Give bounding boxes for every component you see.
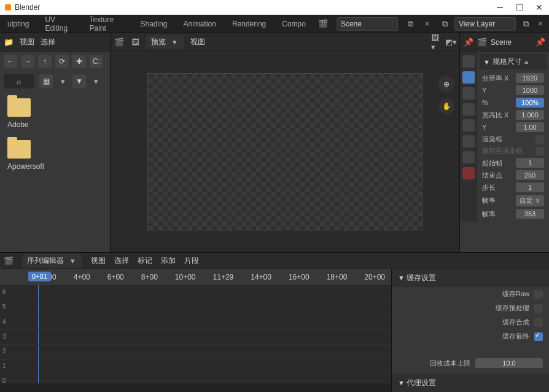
app-icon [5,4,11,10]
view-menu[interactable]: 视图 [20,37,34,47]
close-button[interactable]: ✕ [529,0,549,15]
end-frame-field[interactable]: 250 [516,170,544,180]
tab-texture-paint[interactable]: Texture Paint [86,13,128,35]
object-tab[interactable] [462,151,475,163]
scene-tab[interactable] [462,119,475,131]
delete-scene-icon[interactable]: × [423,19,431,29]
tab-uv-editing[interactable]: UV Editing [41,13,77,35]
tab-sculpting[interactable]: ulpting [4,17,33,31]
cache-final-check[interactable] [534,332,543,341]
seq-select-menu[interactable]: 选择 [114,256,129,266]
proxy-panel-header[interactable]: ▼ 代理设置 [392,374,549,392]
filebrowser-editor-icon[interactable]: 📁 [4,37,14,47]
timeline-ruler[interactable]: 0+01 0000 2+00 4+00 6+00 8+00 10+00 11+2… [0,269,391,285]
window-title: Blender [15,3,40,12]
tab-shading[interactable]: Shading [136,17,171,31]
texture-tab[interactable] [462,167,475,179]
up-button[interactable]: ↑ [38,55,52,68]
tab-rendering[interactable]: Rendering [228,17,270,31]
sequencer: 🎬 序列编辑器▾ 视图 选择 标记 添加 片段 0+01 0000 2+00 4… [0,252,549,392]
proxy-title: 代理设置 [407,378,436,387]
aspect-y-field[interactable]: 1.00 [516,122,544,132]
cache-comp-check[interactable] [534,318,543,327]
browse-scene-icon[interactable]: 🎬 [318,19,328,29]
seq-marker-menu[interactable]: 标记 [138,256,152,266]
dimensions-panel-header[interactable]: ▼ 规格尺寸 ≡ [480,54,547,69]
folder-item[interactable]: Apowersoft [7,140,103,171]
pin-scene-icon[interactable]: 📌 [535,37,545,47]
new-folder-button[interactable]: ✚ [72,55,86,68]
crop-check[interactable] [535,147,544,155]
tool-tab[interactable] [462,55,475,68]
start-frame-field[interactable]: 1 [516,158,544,168]
step-field[interactable]: 1 [516,182,544,192]
seq-view-menu[interactable]: 视图 [91,256,106,266]
back-button[interactable]: ← [4,55,17,68]
scene-label: Scene [491,38,512,47]
view-layer-field[interactable]: View Layer [454,17,516,31]
folder-item[interactable]: Adobe [7,98,103,129]
cache-final-label: 缓存最终 [502,332,529,341]
preview-mode-dropdown[interactable]: 预览▾ [146,35,184,49]
cache-raw-check[interactable] [534,290,543,299]
minimize-button[interactable]: ─ [490,0,510,15]
render-border-check[interactable] [535,135,544,144]
world-tab[interactable] [462,135,475,147]
aspect-x-field[interactable]: 1.000 [516,110,544,120]
viewlayer-tab[interactable] [462,103,475,116]
frame-tick: 8+00 [141,273,158,281]
res-y-field[interactable]: 1080 [516,85,544,95]
properties-panel: 📌 🎬 Scene 📌 ▼ 规格尺寸 ≡ 分辨率 X1920 Y1080 %10… [459,33,549,252]
filter-button[interactable]: ▼ [72,74,86,88]
path-field[interactable]: C: [90,55,103,68]
fps-dropdown[interactable]: 自定 ∨ [516,195,544,206]
image-type-icon[interactable]: 🖼 [130,37,140,47]
select-menu[interactable]: 选择 [41,37,55,47]
display-mode-button[interactable]: ▦ [39,74,53,88]
track-number: 6 [2,289,6,296]
res-x-field[interactable]: 1920 [516,73,544,83]
maximize-button[interactable]: ☐ [510,0,529,15]
display-dropdown-icon[interactable]: ▾ [58,76,68,86]
forward-button[interactable]: → [21,55,34,68]
folder-label: Adobe [7,120,29,129]
seq-add-menu[interactable]: 添加 [161,256,176,266]
render-tab[interactable] [462,87,475,100]
browse-viewlayer-icon[interactable]: ⧉ [440,19,450,29]
filter-dropdown-icon[interactable]: ▾ [91,76,101,86]
scene-icon[interactable]: 🎬 [477,37,487,47]
search-input[interactable]: ⌕ [4,74,34,88]
pan-button[interactable]: ✋ [438,98,454,114]
new-viewlayer-icon[interactable]: ⧉ [521,19,531,29]
fps-val-field[interactable]: 353 [516,209,544,219]
cache-cost-field[interactable]: 10.0 [475,358,543,368]
delete-viewlayer-icon[interactable]: × [535,19,545,29]
cache-panel-header[interactable]: ▼ 缓存设置 [392,269,549,287]
sequencer-mode-dropdown[interactable]: 序列编辑器▾ [22,254,82,268]
new-scene-icon[interactable]: ⧉ [407,19,415,29]
image-icon[interactable]: 🖼▾ [431,37,441,47]
preview-viewport[interactable] [147,73,422,230]
zoom-button[interactable]: ⊕ [438,76,454,92]
sequencer-editor-icon[interactable]: 🎬 [4,256,14,266]
tab-compositing[interactable]: Compo [278,17,310,31]
crop-label: 裁切至渲染框 [482,146,523,155]
preview-editor-icon[interactable]: 🎬 [114,37,124,47]
overlay-icon[interactable]: ◩▾ [446,37,456,47]
res-pct-field[interactable]: 100% [516,98,544,108]
folder-icon [7,98,31,117]
cache-pre-check[interactable] [534,304,543,313]
search-icon: ⌕ [14,76,24,86]
timeline-tracks[interactable]: 6 5 4 3 2 1 0 [0,285,391,383]
timeline-scrollbar[interactable] [0,383,391,392]
view-menu[interactable]: 视图 [190,37,205,47]
step-label: 步长 [482,183,496,192]
timeline[interactable]: 0+01 0000 2+00 4+00 6+00 8+00 10+00 11+2… [0,269,391,392]
tab-animation[interactable]: Animation [180,17,220,31]
folder-label: Apowersoft [7,162,44,171]
refresh-button[interactable]: ⟳ [55,55,69,68]
scene-field[interactable]: Scene [337,17,398,31]
output-tab[interactable] [462,71,475,84]
seq-strip-menu[interactable]: 片段 [184,256,199,266]
pin-icon[interactable]: 📌 [464,37,473,47]
